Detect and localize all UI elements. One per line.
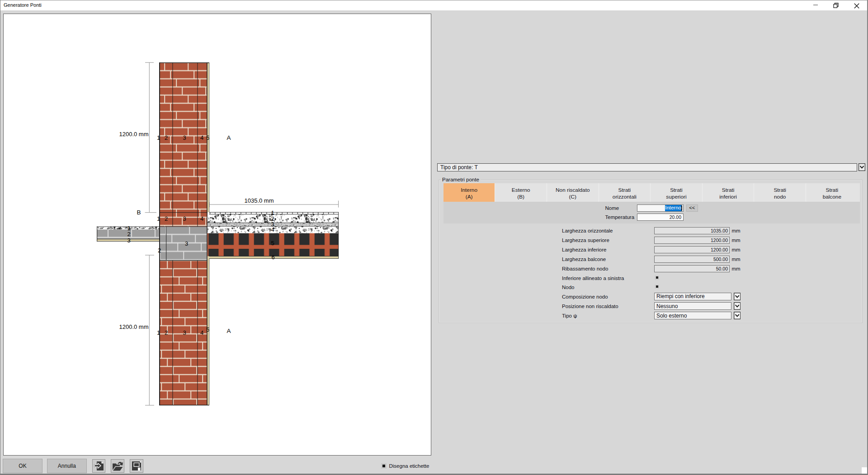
svg-text:2: 2 xyxy=(165,329,168,336)
svg-text:3: 3 xyxy=(127,237,130,244)
svg-text:4: 4 xyxy=(271,226,274,233)
svg-text:5: 5 xyxy=(271,240,274,247)
svg-text:5: 5 xyxy=(206,326,209,333)
svg-text:3: 3 xyxy=(185,240,188,247)
svg-text:4: 4 xyxy=(200,134,203,141)
svg-text:A: A xyxy=(226,328,231,334)
svg-text:1200.0 mm: 1200.0 mm xyxy=(119,131,148,138)
svg-text:A: A xyxy=(226,134,231,141)
svg-text:5: 5 xyxy=(206,134,209,141)
svg-text:3: 3 xyxy=(183,215,186,222)
svg-text:6: 6 xyxy=(271,254,274,261)
svg-text:1200.0 mm: 1200.0 mm xyxy=(119,323,148,330)
svg-text:4: 4 xyxy=(200,329,203,336)
svg-text:2: 2 xyxy=(165,215,168,222)
svg-text:1: 1 xyxy=(157,134,160,141)
svg-text:3: 3 xyxy=(183,134,186,141)
svg-text:2: 2 xyxy=(165,134,168,141)
svg-text:2: 2 xyxy=(158,247,161,254)
svg-text:4: 4 xyxy=(200,215,203,222)
svg-text:3: 3 xyxy=(183,329,186,336)
svg-text:1035.0 mm: 1035.0 mm xyxy=(244,197,274,204)
svg-text:B: B xyxy=(137,209,141,216)
svg-text:1: 1 xyxy=(157,329,160,336)
svg-text:1: 1 xyxy=(157,215,160,222)
